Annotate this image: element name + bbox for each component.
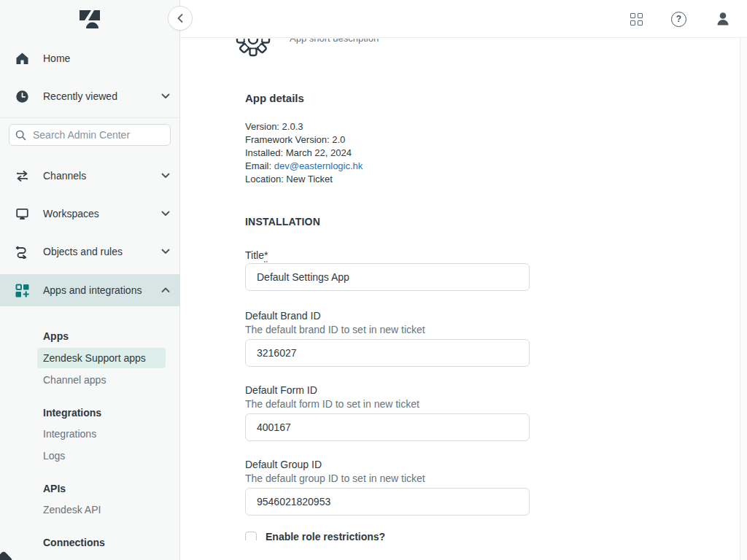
subnav-header-apps: Apps (43, 330, 69, 342)
chevron-down-icon (161, 211, 170, 217)
help-icon[interactable]: ? (671, 12, 686, 27)
sidebar-item-integrations[interactable]: Integrations (43, 428, 96, 440)
sidebar-divider (0, 117, 180, 118)
sidebar-item-label: Workspaces (43, 208, 161, 219)
app-version: Version: 2.0.3 (245, 120, 363, 133)
sidebar-item-apps-and-integrations[interactable]: Apps and integrations (0, 274, 180, 306)
group-id-hint: The default group ID to set in new ticke… (245, 472, 530, 484)
partial-icon (0, 551, 13, 560)
app-email-line: Email: dev@easternlogic.hk (245, 160, 363, 173)
home-icon (15, 50, 29, 66)
sidebar-item-channels[interactable]: Channels (0, 166, 180, 186)
chevron-down-icon (161, 249, 170, 254)
app-details-heading: App details (245, 91, 363, 105)
channels-icon (15, 168, 29, 184)
brand-id-label: Default Brand ID (245, 310, 530, 322)
group-id-label: Default Group ID (245, 459, 530, 470)
clock-icon (15, 88, 29, 104)
brand-id-hint: The default brand ID to set in new ticke… (245, 324, 530, 335)
brand-id-field-group: Default Brand ID The default brand ID to… (245, 310, 530, 367)
form-id-hint: The default form ID to set in new ticket (245, 398, 530, 410)
sidebar: Home Recently viewed (0, 0, 180, 560)
installation-heading: INSTALLATION (245, 216, 320, 228)
form-id-label: Default Form ID (245, 384, 530, 396)
admin-search[interactable] (9, 124, 171, 146)
role-restrictions-row: Enable role restrictions? (245, 531, 385, 540)
collapse-sidebar-button[interactable] (168, 6, 193, 31)
objects-rules-icon (15, 244, 29, 260)
sidebar-item-zendesk-api[interactable]: Zendesk API (43, 504, 101, 516)
sidebar-item-zendesk-support-apps[interactable]: Zendesk Support apps (37, 348, 166, 368)
app-gear-icon (236, 39, 271, 57)
sidebar-item-label: Recently viewed (43, 90, 161, 102)
workspaces-icon (15, 206, 29, 222)
app-location: Location: New Ticket (245, 173, 363, 186)
developer-email-link[interactable]: dev@easternlogic.hk (274, 160, 363, 171)
sidebar-item-objects-and-rules[interactable]: Objects and rules (0, 241, 180, 262)
top-bar: ? (180, 0, 747, 38)
zendesk-logo (78, 8, 101, 30)
sidebar-item-workspaces[interactable]: Workspaces (0, 203, 180, 224)
products-grid-icon[interactable] (630, 13, 643, 26)
required-asterisk: * (264, 249, 268, 262)
title-label: Title* (245, 249, 530, 261)
search-icon (15, 130, 26, 141)
role-restrictions-label: Enable role restrictions? (266, 531, 385, 540)
group-id-input[interactable] (245, 488, 530, 516)
framework-version: Framework Version: 2.0 (245, 133, 363, 147)
form-id-field-group: Default Form ID The default form ID to s… (245, 384, 530, 441)
brand-id-input[interactable] (245, 339, 530, 367)
sidebar-item-channel-apps[interactable]: Channel apps (43, 374, 106, 386)
search-input[interactable] (31, 128, 162, 141)
sidebar-item-logs[interactable]: Logs (43, 450, 65, 462)
app-settings-panel: App short description App details Versio… (180, 39, 740, 540)
sidebar-item-label: Objects and rules (43, 246, 161, 257)
vertical-scrollbar[interactable] (740, 38, 747, 560)
chevron-down-icon (161, 93, 170, 99)
group-id-field-group: Default Group ID The default group ID to… (245, 459, 530, 516)
role-restrictions-checkbox[interactable] (245, 532, 257, 540)
app-details-section: App details Version: 2.0.3 Framework Ver… (245, 91, 363, 186)
sidebar-item-label: Home (43, 52, 170, 64)
installed-date: Installed: March 22, 2024 (245, 147, 363, 160)
sidebar-item-recently-viewed[interactable]: Recently viewed (0, 86, 180, 106)
app-short-description: App short description (290, 39, 379, 44)
chevron-up-icon (161, 287, 170, 293)
title-field-group: Title* (245, 249, 530, 291)
apps-integrations-icon (15, 282, 29, 298)
title-input[interactable] (245, 263, 530, 291)
chevron-down-icon (161, 173, 170, 179)
sidebar-item-home[interactable]: Home (0, 48, 180, 69)
sidebar-item-label: Apps and integrations (43, 284, 161, 296)
user-avatar-icon[interactable] (715, 11, 731, 27)
subnav-header-connections: Connections (43, 537, 105, 548)
sidebar-item-label: Channels (43, 170, 161, 182)
form-id-input[interactable] (245, 413, 530, 441)
subnav-header-apis: APIs (43, 483, 66, 494)
subnav-header-integrations: Integrations (43, 407, 101, 419)
